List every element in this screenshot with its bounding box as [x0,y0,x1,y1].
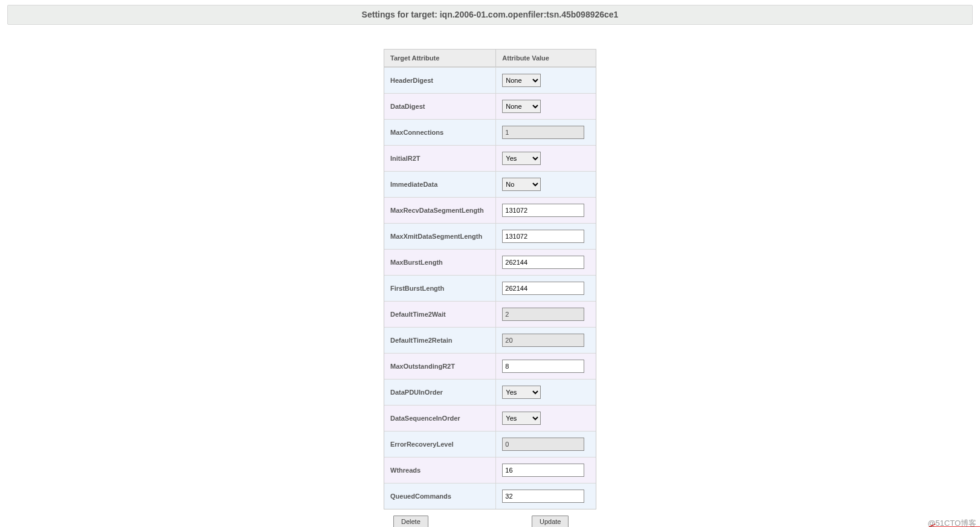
attribute-select[interactable]: Yes [502,412,541,425]
attribute-value-cell [495,249,596,275]
attribute-input [502,126,584,139]
attribute-select[interactable]: No [502,178,541,191]
table-row: MaxXmitDataSegmentLength [384,223,596,249]
attribute-name: DataPDUInOrder [384,379,495,405]
attribute-value-cell: Yes [495,145,596,171]
attribute-input[interactable] [502,256,584,269]
attribute-name: HeaderDigest [384,67,495,93]
attribute-name: DataDigest [384,93,495,119]
attribute-value-cell: Yes [495,405,596,431]
column-header-attribute: Target Attribute [384,50,495,67]
table-row: QueuedCommands [384,483,596,509]
table-row: InitialR2TYes [384,145,596,171]
table-row: MaxRecvDataSegmentLength [384,197,596,223]
table-row: DataSequenceInOrderYes [384,405,596,431]
attribute-select[interactable]: Yes [502,152,541,165]
update-button[interactable]: Update [532,516,569,527]
table-row: HeaderDigestNone [384,67,596,93]
attribute-input[interactable] [502,282,584,295]
attribute-name: ErrorRecoveryLevel [384,431,495,457]
attribute-input[interactable] [502,230,584,243]
attribute-name: DefaultTime2Retain [384,327,495,353]
table-row: MaxOutstandingR2T [384,353,596,379]
attribute-value-cell: None [495,93,596,119]
attribute-value-cell [495,223,596,249]
attribute-input [502,438,584,451]
attribute-input[interactable] [502,464,584,477]
watermark-text: @51CTO博客 [927,518,976,527]
column-header-value: Attribute Value [495,50,596,67]
table-row: ErrorRecoveryLevel [384,431,596,457]
attribute-value-cell [495,327,596,353]
attribute-name: MaxXmitDataSegmentLength [384,223,495,249]
attribute-value-cell [495,197,596,223]
attribute-name: ImmediateData [384,171,495,197]
target-attribute-table: Target Attribute Attribute Value HeaderD… [384,49,596,509]
attribute-value-cell [495,457,596,483]
attribute-value-cell [495,431,596,457]
page-title: Settings for target: iqn.2006-01.com.ope… [7,5,973,25]
attribute-input[interactable] [502,490,584,503]
attribute-name: InitialR2T [384,145,495,171]
table-row: ImmediateDataNo [384,171,596,197]
button-row: Delete Update [384,516,596,527]
attribute-input [502,308,584,321]
attribute-name: QueuedCommands [384,483,495,509]
attribute-name: Wthreads [384,457,495,483]
attribute-name: MaxConnections [384,119,495,145]
attribute-value-cell [495,301,596,327]
attribute-name: FirstBurstLength [384,275,495,301]
table-row: DataDigestNone [384,93,596,119]
attribute-input[interactable] [502,204,584,217]
table-row: FirstBurstLength [384,275,596,301]
attribute-select[interactable]: None [502,74,541,87]
table-row: DefaultTime2Wait [384,301,596,327]
attribute-value-cell: No [495,171,596,197]
table-row: MaxConnections [384,119,596,145]
table-row: DataPDUInOrderYes [384,379,596,405]
attribute-name: DefaultTime2Wait [384,301,495,327]
attribute-value-cell: None [495,67,596,93]
attribute-name: MaxOutstandingR2T [384,353,495,379]
table-row: Wthreads [384,457,596,483]
attribute-name: DataSequenceInOrder [384,405,495,431]
attribute-input [502,334,584,347]
attribute-select[interactable]: Yes [502,386,541,399]
attribute-name: MaxBurstLength [384,249,495,275]
delete-button[interactable]: Delete [393,516,428,527]
attribute-value-cell [495,119,596,145]
attribute-value-cell [495,483,596,509]
attribute-value-cell [495,353,596,379]
attribute-input[interactable] [502,360,584,373]
attribute-select[interactable]: None [502,100,541,113]
attribute-value-cell [495,275,596,301]
table-row: DefaultTime2Retain [384,327,596,353]
table-row: MaxBurstLength [384,249,596,275]
attribute-value-cell: Yes [495,379,596,405]
attribute-name: MaxRecvDataSegmentLength [384,197,495,223]
